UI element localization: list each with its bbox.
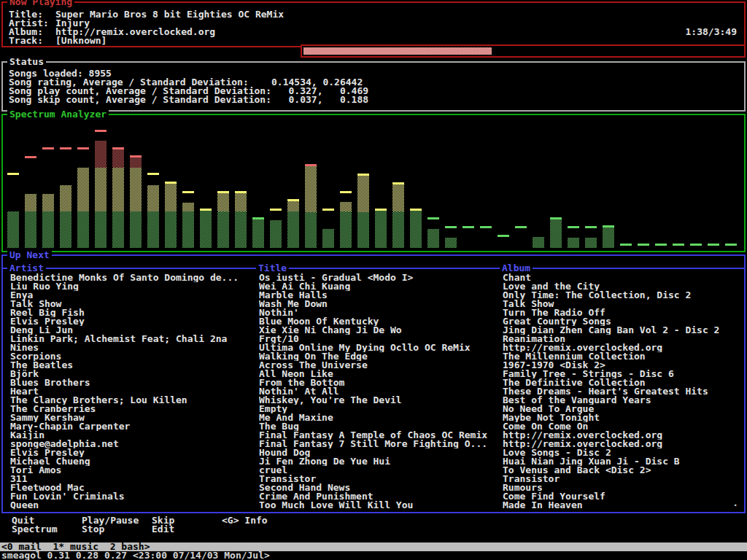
playlist-cell-album: Best of the Vanguard Years	[503, 396, 743, 405]
playlist-cell-album: http://remix.overclocked.org	[503, 440, 743, 448]
keybinding-stop[interactable]: Stop	[82, 525, 152, 534]
playlist-row[interactable]: The CranberriesEmptyNo Need To Argue	[10, 405, 743, 413]
status-panel: Status Songs loaded: 8955Song rating, Av…	[1, 61, 746, 112]
spectrum-bar-segment	[235, 211, 247, 248]
playlist-cell-album: Love and the City	[503, 282, 743, 291]
playlist-row[interactable]: Benedictine Monks Of Santo Domingo de...…	[10, 273, 743, 282]
playlist-row[interactable]: sponge@adelphia.netFinal Fantasy 7 Still…	[10, 440, 743, 448]
playlist-row[interactable]: Fun Lovin' CriminalsCrime And Punishment…	[10, 492, 743, 501]
playlist-cell-title: Me And Maxine	[259, 413, 498, 422]
playlist-row[interactable]: The Clancy Brothers; Lou KillenWhiskey, …	[10, 396, 743, 405]
playlist-cell-artist: The Beatles	[10, 361, 255, 370]
playlist-row[interactable]: 311TransistorTransistor	[10, 475, 743, 483]
spectrum-bar-segment	[270, 220, 282, 248]
spectrum-bar-segment	[200, 211, 212, 248]
playlist-row[interactable]: Deng Li JunXie Xie Ni Chang Ji De WoJing…	[10, 326, 743, 335]
playlist-cell-album: Rumours	[503, 483, 743, 492]
playlist-cell-artist: Reel Big Fish	[10, 308, 255, 317]
spectrum-bar-segment	[25, 211, 36, 248]
playlist-cell-title: Blue Moon Of Kentucky	[259, 317, 498, 326]
spectrum-peak-marker	[182, 191, 194, 193]
spectrum-bar-segment	[112, 149, 124, 168]
playlist-row[interactable]: Elvis PresleyHound DogLove Songs - Disc …	[10, 448, 743, 457]
playlist-cell-title: Whiskey, You're The Devil	[259, 396, 498, 405]
playlist-cell-album: Chant	[503, 273, 743, 282]
playlist-row[interactable]: The BeatlesAcross The Universe1967-1970 …	[10, 361, 743, 370]
playlist-row[interactable]: Blues BrothersFrom the BottomThe Definit…	[10, 378, 743, 387]
status-title: Status	[7, 58, 46, 66]
column-header-rule	[3, 268, 744, 269]
playlist-cell-album: Huai Nian Jing Xuan Ji - Disc B	[503, 457, 743, 466]
spectrum-peak-marker	[620, 244, 632, 246]
playlist-cell-title: Transistor	[259, 475, 498, 483]
spectrum-peak-marker	[112, 147, 124, 149]
column-header-album: Album	[500, 264, 533, 273]
spectrum-peak-marker	[165, 182, 177, 184]
spectrum-peak-marker	[287, 199, 299, 201]
playlist-row[interactable]: Reel Big FishNothin'Turn The Radio Off	[10, 308, 743, 317]
playlist-cell-artist: Fun Lovin' Criminals	[10, 492, 255, 501]
playlist-row[interactable]: ScorpionsWalking On The EdgeThe Millenni…	[10, 352, 743, 361]
playlist-cell-album: Great Country Songs	[503, 317, 743, 326]
playlist-cell-album: Maybe Not Tonight	[503, 413, 743, 422]
playlist-row[interactable]: Sammy KershawMe And MaxineMaybe Not Toni…	[10, 413, 743, 422]
playlist-row[interactable]: Talk ShowWash Me DownTalk Show	[10, 300, 743, 308]
now-playing-title: Now Playing	[7, 0, 74, 7]
spectrum-analyzer-panel: Spectrum Analyzer	[1, 114, 746, 252]
playlist-cell-album: The Millennium Collection	[503, 352, 743, 361]
spectrum-bar-segment	[112, 168, 124, 211]
spectrum-peak-marker	[305, 164, 317, 166]
playlist-row[interactable]: Mary-Chapin CarpenterThe BugCome On Come…	[10, 422, 743, 431]
keybinding-spectrum[interactable]: Spectrum	[12, 525, 82, 534]
keybinding--g--info[interactable]: <G> Info	[222, 516, 268, 525]
spectrum-bar-segment	[585, 238, 597, 248]
progress-bar[interactable]	[301, 44, 746, 58]
playlist-cell-album: Made In Heaven	[503, 501, 743, 510]
spectrum-bar-segment	[445, 238, 457, 248]
spectrum-bar-segment	[95, 211, 107, 248]
playlist-cell-album: http://remix.overclocked.org	[503, 431, 743, 440]
playlist-cell-title: The Bug	[259, 422, 498, 431]
playlist-row[interactable]: Michael ChuengJi Fen Zhong De Yue HuiHua…	[10, 457, 743, 466]
playlist-cell-album: 1967-1970 <Disk 2>	[503, 361, 743, 370]
spectrum-peak-marker	[42, 147, 54, 149]
playlist-cell-artist: Sammy Kershaw	[10, 413, 255, 422]
spectrum-peak-marker	[392, 182, 404, 184]
playlist-cell-title: Empty	[259, 405, 498, 413]
spectrum-bar-segment	[392, 211, 404, 248]
spectrum-peak-marker	[95, 130, 107, 132]
spectrum-bar-segment	[60, 211, 71, 248]
playlist-row[interactable]: Linkin Park; Alchemist Feat; Chali 2naFr…	[10, 335, 743, 343]
spectrum-bar-segment	[112, 211, 124, 248]
playlist-cell-artist: Liu Ruo Ying	[10, 282, 255, 291]
spectrum-peak-marker	[340, 191, 352, 193]
playlist-cell-title: Hound Dog	[259, 448, 498, 457]
progress-fill	[303, 47, 492, 55]
up-next-title: Up Next	[7, 251, 52, 260]
spectrum-bar-segment	[130, 211, 142, 248]
spectrum-bar-segment	[427, 229, 439, 248]
spectrum-bar-segment	[305, 166, 317, 212]
playlist-cell-album: Talk Show	[503, 300, 743, 308]
spectrum-bar-segment	[603, 228, 614, 248]
playlist-row[interactable]: Tori AmoscruelTo Venus and Back <Disc 2>	[10, 466, 743, 475]
spectrum-peak-marker	[568, 226, 579, 228]
spectrum-bar-segment	[77, 211, 89, 248]
keybinding-edit[interactable]: Edit	[152, 525, 174, 534]
playlist: Benedictine Monks Of Santo Domingo de...…	[10, 273, 743, 510]
playlist-cell-title: All Neon Like	[259, 370, 498, 378]
playlist-row[interactable]: BjörkAll Neon LikeFamily Tree - Strings …	[10, 370, 743, 378]
playlist-row[interactable]: EnyaMarble HallsOnly Time: The Collectio…	[10, 291, 743, 300]
playlist-row[interactable]: Fleetwood MacSecond Hand NewsRumours	[10, 483, 743, 492]
playlist-row[interactable]: QueenToo Much Love Will Kill YouMade In …	[10, 501, 743, 510]
now-playing-field-track: Track:[Unknown]	[9, 36, 107, 45]
spectrum-bar-segment	[182, 203, 194, 211]
playlist-row[interactable]: Liu Ruo YingWei Ai Chi KuangLove and the…	[10, 282, 743, 291]
playlist-cell-album: Transistor	[503, 475, 743, 483]
playlist-row[interactable]: HeartNothin' At AllThese Dreams - Heart'…	[10, 387, 743, 396]
playlist-cell-title: Nothin' At All	[259, 387, 498, 396]
playlist-row[interactable]: KaijinFinal Fantasy A Temple of Chaos OC…	[10, 431, 743, 440]
playlist-row[interactable]: NinesUltima Online My Dying Ocllo OC ReM…	[10, 343, 743, 352]
spectrum-bar-segment	[147, 185, 159, 211]
playlist-row[interactable]: Elvis PresleyBlue Moon Of KentuckyGreat …	[10, 317, 743, 326]
